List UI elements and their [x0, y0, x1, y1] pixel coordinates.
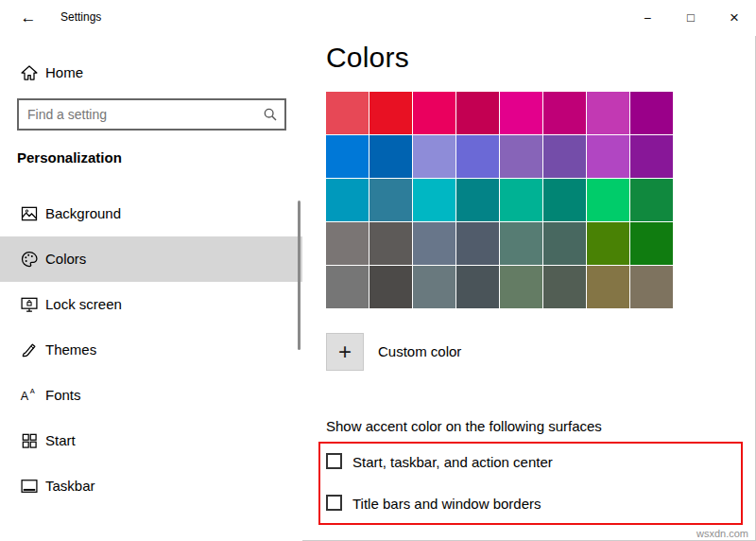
color-swatch[interactable] [500, 135, 542, 178]
color-swatch[interactable] [587, 135, 629, 178]
back-arrow-icon: ← [21, 9, 37, 26]
sidebar-item-background[interactable]: Background [0, 191, 302, 236]
taskbar-icon [20, 477, 39, 496]
color-swatch[interactable] [326, 179, 369, 221]
color-swatch[interactable] [326, 222, 369, 265]
checkbox-title-bars[interactable] [326, 495, 342, 511]
fonts-icon: AA [20, 386, 39, 405]
color-swatch[interactable] [543, 266, 586, 308]
page-title: Colors [326, 42, 409, 74]
sidebar-item-label: Lock screen [45, 296, 122, 312]
sidebar-nav-list: Background Colors Lock screen Themes AA … [0, 191, 302, 509]
themes-icon [20, 340, 39, 359]
sidebar-item-lock-screen[interactable]: Lock screen [0, 282, 302, 327]
home-icon [20, 63, 39, 82]
color-swatch[interactable] [543, 222, 586, 265]
color-swatch[interactable] [369, 266, 412, 308]
background-icon [20, 204, 39, 223]
sidebar-item-home[interactable]: Home [0, 57, 302, 91]
sidebar-item-label: Home [45, 64, 83, 80]
color-swatch[interactable] [326, 266, 369, 308]
color-swatch[interactable] [587, 92, 629, 134]
color-swatch[interactable] [587, 266, 629, 308]
color-swatch[interactable] [326, 92, 369, 134]
colors-palette-icon [20, 250, 39, 269]
search-icon[interactable] [263, 107, 278, 122]
main-content: Colors + Custom color Show accent color … [326, 36, 756, 541]
color-swatch[interactable] [413, 135, 455, 178]
app-title: Settings [60, 10, 101, 24]
color-swatch[interactable] [500, 222, 542, 265]
color-swatch[interactable] [369, 222, 412, 265]
titlebar: ← Settings − □ × [0, 0, 756, 36]
color-swatch[interactable] [456, 92, 499, 134]
color-swatch[interactable] [456, 179, 499, 221]
close-button[interactable]: × [718, 6, 750, 30]
section-heading-personalization: Personalization [17, 149, 122, 166]
sidebar-item-label: Taskbar [45, 478, 95, 494]
color-swatch[interactable] [456, 135, 499, 178]
color-swatch[interactable] [369, 179, 412, 221]
color-swatch[interactable] [413, 179, 455, 221]
color-swatch[interactable] [630, 179, 673, 221]
color-swatch[interactable] [369, 135, 412, 178]
color-swatch[interactable] [500, 179, 542, 221]
start-icon [20, 431, 39, 450]
color-swatch[interactable] [543, 179, 586, 221]
sidebar-item-label: Start [45, 432, 76, 448]
accent-surfaces-heading: Show accent color on the following surfa… [326, 418, 602, 434]
svg-text:A: A [21, 390, 29, 403]
sidebar-item-label: Colors [45, 251, 86, 267]
sidebar: Home Personalization Background Colors L… [0, 36, 302, 541]
svg-text:A: A [30, 387, 35, 395]
lock-screen-icon [20, 295, 39, 314]
back-button[interactable]: ← [15, 7, 42, 29]
color-swatch[interactable] [543, 135, 586, 178]
sidebar-item-fonts[interactable]: AA Fonts [0, 373, 302, 418]
color-swatch[interactable] [587, 179, 629, 221]
color-swatch[interactable] [326, 135, 369, 178]
sidebar-item-themes[interactable]: Themes [0, 327, 302, 373]
color-swatch[interactable] [413, 266, 455, 308]
checkbox-label: Start, taskbar, and action center [352, 454, 553, 470]
plus-icon: + [338, 339, 352, 364]
color-swatch[interactable] [456, 266, 499, 308]
sidebar-item-label: Themes [45, 341, 96, 358]
sidebar-item-taskbar[interactable]: Taskbar [0, 463, 302, 509]
color-swatch[interactable] [500, 92, 542, 134]
color-swatch[interactable] [630, 92, 673, 134]
sidebar-item-start[interactable]: Start [0, 418, 302, 463]
color-swatch[interactable] [630, 266, 673, 308]
custom-color-button[interactable]: + [326, 333, 364, 371]
color-swatch[interactable] [587, 222, 629, 265]
search-input[interactable] [19, 100, 284, 129]
maximize-button[interactable]: □ [675, 6, 707, 30]
color-swatch[interactable] [630, 222, 673, 265]
checkbox-label: Title bars and window borders [352, 496, 541, 512]
color-swatch[interactable] [500, 266, 542, 308]
sidebar-item-label: Background [45, 205, 121, 221]
custom-color-label: Custom color [378, 343, 461, 359]
color-swatch[interactable] [456, 222, 499, 265]
color-swatch[interactable] [413, 222, 455, 265]
sidebar-item-colors[interactable]: Colors [0, 236, 302, 282]
color-swatch[interactable] [369, 92, 412, 134]
minimize-button[interactable]: − [631, 6, 663, 30]
color-swatch[interactable] [413, 92, 455, 134]
sidebar-scrollbar[interactable] [298, 201, 301, 350]
checkbox-start-taskbar[interactable] [326, 453, 342, 469]
color-swatch[interactable] [543, 92, 586, 134]
sidebar-item-label: Fonts [45, 387, 81, 403]
color-swatch[interactable] [630, 135, 673, 178]
watermark: wsxdn.com [696, 528, 748, 539]
search-box [17, 98, 286, 131]
color-grid [326, 92, 673, 308]
